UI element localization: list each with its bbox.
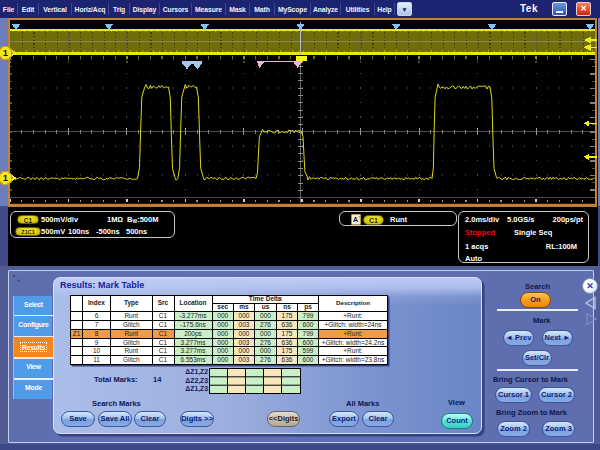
svg-text:1: 1	[3, 172, 9, 183]
svg-text:1: 1	[3, 47, 9, 58]
